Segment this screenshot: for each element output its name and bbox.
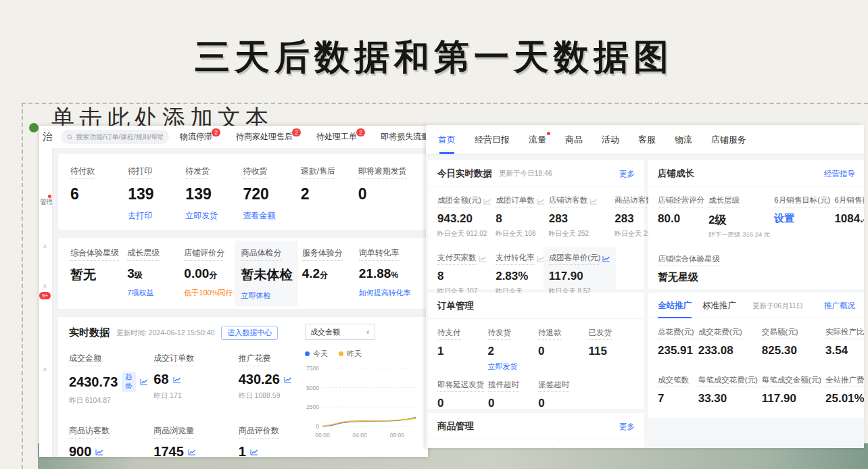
svg-text:0: 0: [316, 423, 319, 430]
stat-label: 商品访客数: [69, 425, 110, 439]
trend-chart-icon[interactable]: [140, 378, 148, 385]
stat-label: 6月销售目标(元): [774, 195, 830, 207]
topbar-nav-item[interactable]: 待商家处理售后2: [236, 131, 302, 143]
topbar-nav-item[interactable]: 待处理工单2: [316, 131, 366, 143]
promo-overview-link[interactable]: 推广概况: [824, 301, 855, 311]
trend-chart-icon[interactable]: [173, 376, 181, 383]
stat-label: 商品评价数: [239, 425, 279, 439]
trend-badge[interactable]: 趋势: [122, 372, 136, 392]
trend-chart-icon[interactable]: [589, 198, 598, 205]
nav-tab[interactable]: 流量: [529, 134, 546, 146]
stat-label: 成团金额(元): [437, 195, 491, 207]
data-center-button[interactable]: 进入数据中心: [221, 326, 278, 340]
stat-value: 1745: [153, 444, 184, 457]
todo-stat: 待付款 6: [70, 164, 128, 222]
stat-value: 720: [243, 185, 301, 203]
page-title: 三天后数据和第一天数据图: [0, 34, 868, 81]
stat-value: 0: [538, 345, 585, 358]
stat-label: 商品浏览量: [153, 425, 194, 439]
stat-action-link[interactable]: 去打印: [128, 210, 185, 222]
promotion-header: 全站推广 标准推广 更新于06月11日 推广概况: [648, 293, 864, 318]
stat-value: 68: [153, 372, 168, 387]
order-stat: 派签超时 0: [538, 380, 584, 410]
stat-label: 服务体验分: [302, 247, 343, 261]
realtime-stats-grid: 成交金额 2430.73 趋势 昨日 6104.87: [69, 351, 318, 457]
growth-stat: 成长层级 2级 距下一层级 316.24 元: [708, 195, 770, 239]
stat-label: 待支付: [437, 328, 484, 340]
realtime-stat: 成交金额 2430.73 趋势 昨日 6104.87: [69, 351, 148, 405]
card-title: 店铺成长: [658, 168, 694, 180]
order-stat: 待支付 1: [437, 328, 484, 372]
stat-label: 成长层级: [708, 195, 770, 207]
more-link[interactable]: 更多: [619, 422, 635, 432]
quality-stat: 询单转化率 21.88% 如何提高转化率: [359, 246, 416, 301]
stat-action-link[interactable]: 7项权益: [127, 288, 184, 298]
nav-tab[interactable]: 商品: [565, 134, 583, 146]
nav-tab[interactable]: 活动: [602, 134, 619, 146]
chevron-up-icon[interactable]: ∧: [43, 282, 47, 289]
realtime-data-card: 实时数据 更新时间: 2024-06-12 15:50:40 进入数据中心 成交…: [58, 317, 428, 457]
stat-label: 待退款: [538, 328, 585, 340]
trend-chart-icon[interactable]: [602, 255, 610, 262]
topbar-nav-item[interactable]: 即将损失流量4: [381, 131, 428, 143]
metric-select[interactable]: 成交金额 ∨: [305, 324, 375, 340]
nav-tab[interactable]: 客服: [638, 134, 656, 146]
search-input[interactable]: 搜索功能/订单/课程/规则/帮助/服务: [61, 130, 169, 144]
trend-chart-icon[interactable]: [537, 198, 545, 205]
trend-chart-icon[interactable]: [250, 449, 258, 455]
todo-stat: 待收货 720 查看金额: [243, 164, 301, 222]
stat-label: 待打印: [128, 166, 152, 179]
order-management-card: 订单管理 待支付 1 待发货 2 立即发货: [428, 293, 644, 409]
more-link[interactable]: 更多: [619, 169, 635, 179]
stat-value: 8: [496, 212, 545, 226]
stat-label: 成交笔数: [658, 375, 694, 387]
order-stats-row1: 待支付 1 待发货 2 立即发货 待退款 0: [428, 319, 644, 374]
trend-chart-icon[interactable]: [479, 255, 487, 262]
legend-today[interactable]: 今天: [305, 349, 328, 359]
stat-action-link[interactable]: 立即体检: [241, 291, 298, 301]
trend-chart-icon[interactable]: [188, 449, 196, 455]
nav-tab[interactable]: 经营日报: [475, 134, 510, 146]
topbar-nav-item[interactable]: 物流停滞2: [180, 131, 221, 143]
stat-yesterday: 昨日 6104.87: [69, 396, 148, 405]
nav-tab[interactable]: 物流: [675, 134, 692, 146]
sidebar-item-fragment[interactable]: 管理: [40, 197, 53, 207]
chevron-up-icon[interactable]: ∧: [43, 243, 47, 249]
chevron-up-icon[interactable]: ∧: [43, 366, 47, 372]
nav-tab[interactable]: 首页: [438, 134, 456, 146]
stat-value: 33.30: [698, 392, 758, 405]
trend-chart-icon[interactable]: [483, 198, 491, 205]
promo-stat: 每笔成交金额(元) 117.90: [762, 375, 821, 405]
trend-chart-icon[interactable]: [284, 376, 292, 383]
stat-yesterday: 昨日全天 252: [549, 229, 611, 239]
guide-link[interactable]: 经营指导: [824, 169, 855, 179]
stat-action-link[interactable]: 低于100%同行: [184, 288, 241, 298]
stat-label: 实际投产比: [825, 327, 864, 339]
legend-yesterday[interactable]: 昨天: [339, 349, 362, 359]
svg-text:04:00: 04:00: [353, 432, 368, 439]
stat-value: 233.08: [698, 344, 758, 357]
goods-management-card: 商品管理 更多 在售中已售罄已下架: [428, 413, 644, 448]
realtime-stat: 商品访客数 900 昨日 2184: [69, 424, 148, 457]
stat-label: 总花费(元): [658, 327, 694, 339]
stat-label: 综合体验星级: [70, 247, 119, 261]
trend-chart-icon[interactable]: [95, 449, 103, 455]
dashboard-day1-screenshot: 首页 经营日报 流量 商品 活动 客服 物流 店铺服务 今日实时数据 更新于今日…: [426, 125, 864, 448]
stat-value: 139: [185, 185, 243, 203]
count-badge: 2: [212, 128, 220, 137]
stat-label: 推广花费: [239, 353, 271, 366]
stat-action-link[interactable]: 查看金额: [243, 210, 301, 222]
nav-label: 物流停滞: [180, 132, 212, 141]
tab-site-wide-promo[interactable]: 全站推广: [658, 300, 692, 312]
count-badge: 2: [292, 128, 301, 137]
stat-label: 退款/售后: [301, 166, 335, 179]
stat-action-link[interactable]: 如何提高转化率: [359, 288, 416, 298]
ship-now-link[interactable]: 立即发货: [488, 362, 535, 372]
tab-standard-promo[interactable]: 标准推广: [702, 300, 736, 312]
stat-label: 每笔成交花费(元): [698, 375, 758, 387]
nav-tab[interactable]: 店铺服务: [711, 134, 746, 146]
stat-action-link[interactable]: 立即发货: [185, 210, 243, 222]
svg-text:08:00: 08:00: [390, 432, 405, 439]
card-title: 今日实时数据: [437, 168, 492, 180]
star-value: 暂无星级: [658, 271, 855, 284]
